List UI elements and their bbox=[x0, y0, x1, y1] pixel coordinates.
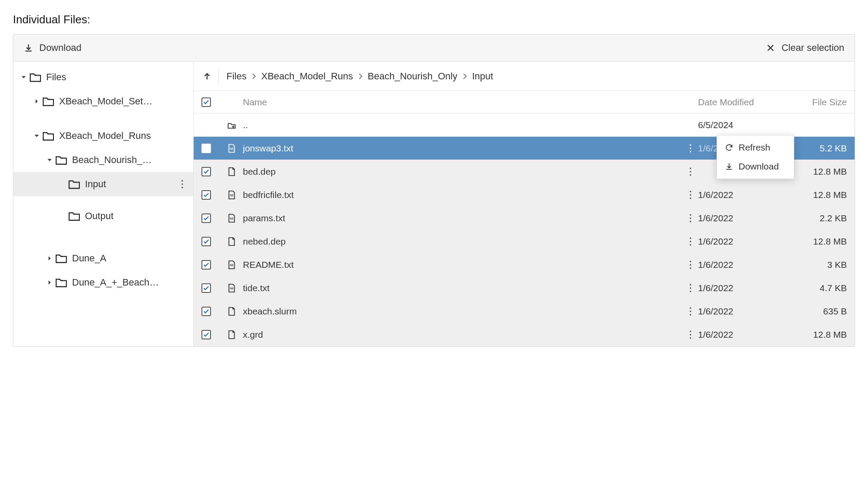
svg-point-7 bbox=[689, 167, 691, 169]
svg-point-5 bbox=[689, 148, 691, 149]
file-row[interactable]: txttide.txt1/6/20224.7 KB bbox=[194, 276, 855, 300]
kebab-icon[interactable] bbox=[689, 261, 692, 269]
tree-node[interactable]: Beach_Nourish_… bbox=[13, 148, 193, 172]
breadcrumb-item[interactable]: Beach_Nourish_Only bbox=[368, 71, 457, 82]
svg-point-24 bbox=[689, 267, 691, 269]
kebab-icon[interactable] bbox=[689, 307, 692, 316]
breadcrumb-item[interactable]: Files bbox=[226, 71, 246, 82]
svg-point-16 bbox=[689, 217, 691, 219]
folder-icon bbox=[56, 254, 67, 263]
svg-text:txt: txt bbox=[230, 217, 234, 220]
caret-icon[interactable] bbox=[44, 157, 56, 163]
row-checkbox[interactable] bbox=[201, 237, 211, 246]
file-size: 2.2 KB bbox=[784, 213, 847, 223]
file-type-icon: txt bbox=[220, 260, 243, 270]
file-pane: FilesXBeach_Model_RunsBeach_Nourish_Only… bbox=[194, 62, 855, 346]
column-name[interactable]: Name bbox=[243, 97, 682, 107]
breadcrumb-item[interactable]: XBeach_Model_Runs bbox=[261, 71, 353, 82]
svg-point-33 bbox=[689, 334, 691, 336]
download-icon bbox=[24, 43, 33, 53]
tree-node[interactable]: Input bbox=[13, 172, 193, 196]
context-refresh[interactable]: Refresh bbox=[717, 138, 794, 157]
main-area: FilesXBeach_Model_Set…XBeach_Model_RunsB… bbox=[13, 62, 855, 346]
caret-icon[interactable] bbox=[31, 99, 43, 104]
tree-label: Beach_Nourish_… bbox=[72, 154, 152, 166]
kebab-icon[interactable] bbox=[175, 180, 189, 188]
svg-point-11 bbox=[689, 191, 691, 192]
tree-node[interactable]: Dune_A bbox=[13, 246, 193, 270]
file-date: 1/6/2022 bbox=[698, 236, 784, 247]
up-button[interactable] bbox=[201, 68, 219, 85]
file-row[interactable]: x.grd1/6/202212.8 MB bbox=[194, 323, 855, 346]
svg-point-8 bbox=[689, 171, 691, 173]
kebab-icon[interactable] bbox=[689, 284, 692, 292]
kebab-icon[interactable] bbox=[689, 191, 692, 199]
column-size[interactable]: File Size bbox=[784, 97, 847, 107]
folder-icon bbox=[69, 179, 80, 189]
kebab-icon[interactable] bbox=[689, 214, 692, 223]
svg-point-32 bbox=[689, 330, 691, 332]
file-row[interactable]: nebed.dep1/6/202212.8 MB bbox=[194, 230, 855, 253]
file-size: 12.8 MB bbox=[784, 236, 847, 247]
file-type-icon: txt bbox=[220, 144, 243, 153]
tree-node[interactable]: Output bbox=[13, 204, 193, 228]
file-type-icon: txt bbox=[220, 283, 243, 293]
caret-icon[interactable] bbox=[44, 256, 56, 261]
svg-text:txt: txt bbox=[230, 286, 234, 289]
breadcrumb-bar: FilesXBeach_Model_RunsBeach_Nourish_Only… bbox=[194, 62, 855, 91]
svg-point-1 bbox=[181, 183, 183, 185]
caret-icon[interactable] bbox=[44, 280, 56, 285]
kebab-icon[interactable] bbox=[689, 167, 692, 176]
file-date: 1/6/2022 bbox=[698, 213, 784, 223]
kebab-icon[interactable] bbox=[689, 144, 692, 153]
row-checkbox[interactable] bbox=[201, 213, 211, 223]
svg-point-27 bbox=[689, 287, 691, 289]
svg-point-22 bbox=[689, 261, 691, 262]
folder-icon bbox=[43, 97, 54, 106]
tree-node[interactable]: Files bbox=[13, 65, 193, 89]
context-download[interactable]: Download bbox=[717, 157, 794, 176]
svg-text:txt: txt bbox=[230, 193, 234, 196]
file-row[interactable]: txtparams.txt1/6/20222.2 KB bbox=[194, 207, 855, 230]
file-size: 4.7 KB bbox=[784, 283, 847, 293]
file-date: 1/6/2022 bbox=[698, 330, 784, 340]
row-checkbox[interactable] bbox=[201, 307, 211, 316]
tree-node[interactable]: Dune_A_+_Beach… bbox=[13, 270, 193, 295]
file-size: 3 KB bbox=[784, 260, 847, 270]
file-name: x.grd bbox=[243, 330, 682, 340]
kebab-icon[interactable] bbox=[689, 330, 692, 339]
refresh-icon bbox=[725, 143, 733, 152]
file-row[interactable]: txtjonswap3.txt1/6/20225.2 KBRefreshDown… bbox=[194, 137, 855, 160]
file-row[interactable]: txtbedfricfile.txt1/6/202212.8 MB bbox=[194, 183, 855, 207]
row-checkbox[interactable] bbox=[201, 330, 211, 339]
tree-node[interactable]: XBeach_Model_Runs bbox=[13, 124, 193, 148]
svg-point-13 bbox=[689, 198, 691, 199]
svg-point-18 bbox=[689, 237, 691, 239]
clear-selection-button[interactable]: Clear selection bbox=[766, 42, 844, 53]
breadcrumb-item[interactable]: Input bbox=[472, 71, 493, 82]
file-table-body: ..6/5/2024txtjonswap3.txt1/6/20225.2 KBR… bbox=[194, 113, 855, 346]
row-checkbox[interactable] bbox=[201, 190, 211, 200]
folder-icon bbox=[69, 211, 80, 221]
tree-node[interactable]: XBeach_Model_Set… bbox=[13, 89, 193, 113]
file-name: jonswap3.txt bbox=[243, 143, 682, 154]
file-date: 1/6/2022 bbox=[698, 306, 784, 317]
row-checkbox[interactable] bbox=[201, 283, 211, 293]
kebab-icon[interactable] bbox=[689, 237, 692, 246]
file-row[interactable]: txtREADME.txt1/6/20223 KB bbox=[194, 253, 855, 276]
caret-icon[interactable] bbox=[18, 75, 30, 80]
file-row[interactable]: xbeach.slurm1/6/2022635 B bbox=[194, 300, 855, 323]
column-date[interactable]: Date Modified bbox=[698, 97, 784, 107]
row-checkbox[interactable] bbox=[201, 167, 211, 176]
file-name: bed.dep bbox=[243, 166, 682, 177]
select-all-checkbox[interactable] bbox=[201, 97, 211, 107]
row-checkbox[interactable] bbox=[201, 260, 211, 270]
file-row[interactable]: ..6/5/2024 bbox=[194, 113, 855, 137]
row-checkbox[interactable] bbox=[201, 144, 211, 153]
tree-label: Dune_A_+_Beach… bbox=[72, 277, 159, 288]
download-button[interactable]: Download bbox=[24, 42, 82, 53]
svg-point-2 bbox=[181, 187, 183, 188]
svg-point-34 bbox=[689, 337, 691, 339]
caret-icon[interactable] bbox=[31, 133, 43, 138]
tree-label: XBeach_Model_Set… bbox=[59, 96, 152, 107]
